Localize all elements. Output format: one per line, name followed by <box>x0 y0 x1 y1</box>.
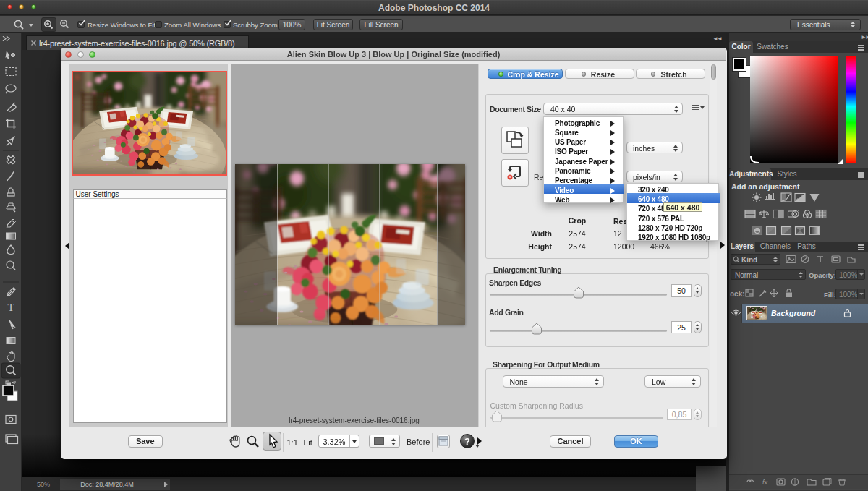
svg-text:fx: fx <box>762 479 768 486</box>
svg-text:T: T <box>7 302 14 313</box>
